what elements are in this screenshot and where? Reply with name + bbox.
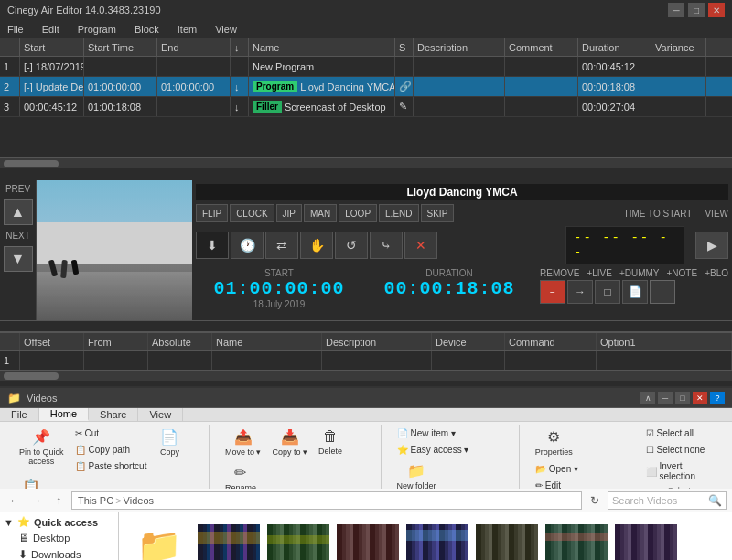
properties-btn[interactable]: ⚙ Properties <box>531 425 577 459</box>
horizontal-scrollbar[interactable] <box>0 157 732 168</box>
paste-shortcut-btn[interactable]: 📋 Paste shortcut <box>70 458 152 474</box>
explorer-close[interactable]: ✕ <box>693 392 707 404</box>
row-variance <box>651 97 706 116</box>
delete-btn[interactable]: 🗑 Delete <box>314 425 347 459</box>
list-item[interactable]: 2019-07-18 16-08-42.mp4 <box>404 520 470 560</box>
menu-file[interactable]: File <box>4 24 27 35</box>
copy-btn[interactable]: 📄 Copy <box>153 425 186 474</box>
forward-nav-btn[interactable]: → <box>27 491 46 510</box>
middle-scroll[interactable] <box>0 320 732 331</box>
table-row[interactable]: 2 [-] Update Demo 01:00:00:00 01:00:00:0… <box>0 77 732 97</box>
clock-mode[interactable]: CLOCK <box>230 204 274 222</box>
row-desc <box>414 97 505 116</box>
col-header-starttime: Start Time <box>84 38 157 56</box>
list-item[interactable]: 📁 Captures <box>126 520 192 560</box>
menu-program[interactable]: Program <box>74 24 120 35</box>
skip-mode[interactable]: SKIP <box>421 204 455 222</box>
list-item[interactable]: 2019-07-18 13-42-10.mp4 <box>335 520 401 560</box>
copy-path-btn[interactable]: 📋 Copy path <box>70 442 152 458</box>
prev-button[interactable]: ▲ <box>4 199 33 225</box>
up-btn[interactable]: ↑ <box>49 491 68 510</box>
tree-item-desktop[interactable]: 🖥 Desktop <box>15 530 118 546</box>
select-none-btn[interactable]: ☐ Select none <box>641 442 717 458</box>
select-all-btn[interactable]: ☑ Select all <box>641 425 717 441</box>
easy-access-btn[interactable]: ⭐ Easy access ▾ <box>393 442 474 458</box>
address-path[interactable]: This PC > Videos <box>71 491 582 510</box>
quick-access-header[interactable]: ▼ ⭐ Quick access <box>0 512 118 530</box>
list-item[interactable]: 2019-07-18 13-40-36.mp4 <box>196 520 262 560</box>
refresh-icon-btn[interactable]: ↺ <box>335 232 368 259</box>
back-icon-btn[interactable]: ⬇ <box>196 232 229 259</box>
ribbon-tab-home[interactable]: Home <box>39 408 89 421</box>
list-item[interactable]: 2019-07-18 17-03-04.mp4 <box>613 520 679 560</box>
explorer-help[interactable]: ? <box>710 392 725 404</box>
table-row[interactable]: 1 [-] 18/07/2019 New Program 00:00:45:12 <box>0 57 732 77</box>
extra-btn[interactable] <box>650 280 675 304</box>
menu-view[interactable]: View <box>211 24 241 35</box>
lower-table-row[interactable]: 1 <box>0 351 732 370</box>
ribbon-tab-share[interactable]: Share <box>89 408 138 421</box>
flip-mode[interactable]: FLIP <box>196 204 228 222</box>
table-row[interactable]: 3 00:00:45:12 01:00:18:08 ↓ Filler Scree… <box>0 97 732 117</box>
forward-btn[interactable]: → <box>567 280 593 304</box>
explorer-maximize[interactable]: □ <box>675 392 690 404</box>
man-mode[interactable]: MAN <box>304 204 337 222</box>
col-header-end: End <box>157 38 231 56</box>
list-item[interactable]: 2019-07-18 16-17-01.mp4 <box>544 520 609 560</box>
start-label: START <box>196 268 362 278</box>
start-value: 01:00:00:00 <box>196 278 362 299</box>
desktop-icon: 🖥 <box>18 532 29 544</box>
lower-scrollbar[interactable] <box>0 370 732 381</box>
row-duration: 00:00:27:04 <box>578 97 651 116</box>
note-label: +NOTE <box>667 268 698 278</box>
ribbon-tab-file[interactable]: File <box>0 408 39 421</box>
lower-scroll-thumb[interactable] <box>4 372 59 380</box>
remove-label: REMOVE <box>540 268 579 278</box>
remove-btn[interactable]: − <box>540 280 565 304</box>
loop-mode[interactable]: LOOP <box>339 204 377 222</box>
clock-icon-btn[interactable]: 🕐 <box>231 232 264 259</box>
organize-btns: 📤 Move to ▾ 📥 Copy to ▾ 🗑 Delete ✏ Renam… <box>221 425 373 495</box>
window-controls: ─ □ ✕ <box>668 3 725 17</box>
cancel-icon-btn[interactable]: ✕ <box>404 232 437 259</box>
explorer-minimize[interactable]: ─ <box>658 392 673 404</box>
search-box[interactable]: Search Videos 🔍 <box>608 491 727 510</box>
transfer-icon-btn[interactable]: ⇄ <box>265 232 298 259</box>
next-button[interactable]: ▼ <box>4 246 33 272</box>
ribbon-tab-view[interactable]: View <box>138 408 183 421</box>
explorer-chevron[interactable]: ∧ <box>640 392 655 404</box>
live-label: +LIVE <box>587 268 612 278</box>
hand-icon-btn[interactable]: ✋ <box>300 232 333 259</box>
close-button[interactable]: ✕ <box>708 3 725 17</box>
lower-row-command <box>505 351 597 370</box>
jip-mode[interactable]: JIP <box>276 204 302 222</box>
minimize-button[interactable]: ─ <box>668 3 684 17</box>
copy-to-btn[interactable]: 📥 Copy to ▾ <box>267 425 312 459</box>
duration-label: DURATION <box>366 268 533 278</box>
stop-btn[interactable]: □ <box>595 280 620 304</box>
refresh-address-btn[interactable]: ↻ <box>586 491 604 510</box>
new-item-icon: 📄 <box>397 428 408 438</box>
new-item-btn[interactable]: 📄 New item ▾ <box>393 425 474 441</box>
menu-block[interactable]: Block <box>131 24 163 35</box>
menu-item[interactable]: Item <box>174 24 200 35</box>
cut-btn[interactable]: ✂ Cut <box>70 425 152 441</box>
play-icon-btn[interactable]: ▶ <box>695 232 728 259</box>
list-item[interactable]: 2019-07-18 16-14-12.mp4 <box>474 520 540 560</box>
back-btn[interactable]: ← <box>5 491 24 510</box>
menu-edit[interactable]: Edit <box>38 24 63 35</box>
page-btn[interactable]: 📄 <box>622 280 648 304</box>
col-header-num <box>0 38 20 56</box>
lend-mode[interactable]: L.END <box>379 204 418 222</box>
time-to-start-label: TIME TO START <box>624 209 693 219</box>
move-to-btn[interactable]: 📤 Move to ▾ <box>221 425 266 459</box>
new-btns: 📄 New item ▾ ⭐ Easy access ▾ 📁 New folde… <box>393 425 511 493</box>
skip-icon-btn[interactable]: ⤷ <box>370 232 403 259</box>
open-btn[interactable]: 📂 Open ▾ <box>531 461 583 477</box>
list-item[interactable]: 2019-07-18 13-41-59.mp4 <box>265 520 331 560</box>
pin-to-quick-access-btn[interactable]: 📌 Pin to Quick access <box>15 425 69 474</box>
scroll-thumb[interactable] <box>4 160 59 167</box>
tree-item-downloads[interactable]: ⬇ Downloads <box>15 546 118 560</box>
invert-selection-btn[interactable]: ⬜ Invert selection <box>641 458 717 484</box>
maximize-button[interactable]: □ <box>688 3 705 17</box>
